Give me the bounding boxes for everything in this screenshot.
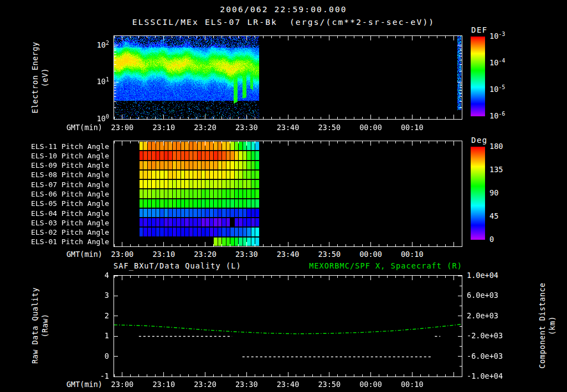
axis-tick bbox=[263, 244, 264, 246]
axis-tick bbox=[114, 336, 118, 337]
axis-tick bbox=[312, 141, 313, 143]
axis-tick bbox=[296, 36, 296, 38]
axis-tick bbox=[188, 374, 189, 376]
axis-tick bbox=[362, 244, 363, 246]
quality-distance-plot bbox=[114, 275, 462, 377]
axis-tick bbox=[429, 117, 429, 119]
axis-tick bbox=[255, 244, 255, 246]
axis-tick bbox=[238, 117, 239, 119]
x-tick-label: 23:40 bbox=[266, 380, 310, 389]
axis-tick bbox=[420, 374, 421, 376]
axis-tick bbox=[130, 141, 131, 143]
axis-tick bbox=[114, 101, 116, 102]
axis-tick bbox=[429, 244, 429, 246]
axis-tick bbox=[304, 244, 305, 246]
axis-tick bbox=[188, 244, 189, 246]
axis-tick bbox=[445, 141, 446, 143]
deg-colorbar-tick-label: 45 bbox=[489, 212, 498, 221]
axis-tick bbox=[205, 36, 205, 40]
axis-tick bbox=[412, 242, 413, 246]
p3-left-tick-label: 0 bbox=[0, 352, 109, 361]
deg-colorbar-tick-label: 0 bbox=[489, 235, 494, 244]
axis-tick bbox=[138, 244, 139, 246]
axis-tick bbox=[404, 374, 404, 376]
pitch-row-label: ELS-08 Pitch Angle bbox=[0, 170, 109, 179]
axis-tick bbox=[280, 117, 280, 119]
axis-tick bbox=[280, 374, 280, 376]
axis-tick bbox=[404, 276, 404, 278]
axis-tick bbox=[246, 372, 247, 376]
axis-tick bbox=[155, 117, 156, 119]
axis-tick bbox=[346, 276, 346, 278]
x-tick-label: 23:00 bbox=[100, 380, 145, 389]
axis-tick bbox=[412, 276, 413, 280]
axis-tick bbox=[329, 141, 329, 146]
axis-tick bbox=[172, 117, 172, 119]
axis-tick bbox=[429, 374, 429, 376]
axis-tick bbox=[460, 366, 462, 367]
axis-tick bbox=[304, 276, 305, 278]
axis-tick bbox=[458, 356, 462, 357]
axis-tick bbox=[362, 117, 363, 119]
x-tick-label: 23:00 bbox=[100, 250, 145, 259]
pitch-row-label: ELS-07 Pitch Angle bbox=[0, 180, 109, 189]
axis-tick bbox=[130, 374, 131, 376]
axis-tick bbox=[180, 276, 181, 278]
axis-tick bbox=[255, 276, 255, 278]
axis-tick bbox=[180, 141, 181, 143]
axis-tick bbox=[155, 244, 156, 246]
pitch-row-label: ELS-04 Pitch Angle bbox=[0, 209, 109, 218]
axis-tick bbox=[246, 276, 247, 280]
axis-tick bbox=[180, 244, 181, 246]
axis-tick bbox=[387, 117, 388, 119]
axis-tick bbox=[138, 374, 139, 376]
axis-tick bbox=[221, 117, 222, 119]
axis-tick bbox=[460, 84, 462, 84]
axis-tick bbox=[404, 141, 404, 143]
gmt-axis-label: GMT(min) bbox=[0, 250, 102, 259]
axis-tick bbox=[304, 117, 305, 119]
axis-tick bbox=[288, 141, 288, 146]
def-colorbar-tick-label: 10-3 bbox=[489, 32, 505, 42]
axis-tick bbox=[147, 36, 147, 38]
axis-tick bbox=[114, 141, 115, 143]
x-tick-label: 23:00 bbox=[100, 123, 145, 132]
axis-tick bbox=[337, 141, 338, 143]
axis-tick bbox=[437, 244, 437, 246]
axis-tick bbox=[280, 244, 280, 246]
axis-tick bbox=[362, 36, 363, 38]
pitch-angle-canvas bbox=[114, 141, 462, 246]
flux-units-label: (ergs/(cm**2-sr-sec-eV)) bbox=[290, 18, 435, 27]
axis-tick bbox=[213, 374, 214, 376]
axis-tick bbox=[114, 96, 116, 97]
axis-tick bbox=[147, 141, 147, 143]
axis-tick bbox=[458, 296, 462, 296]
axis-tick bbox=[404, 117, 404, 119]
axis-tick bbox=[420, 244, 421, 246]
x-tick-label: 00:00 bbox=[349, 250, 393, 259]
colorbar-def-title: DEF bbox=[471, 25, 488, 34]
p3-left-tick-label: -1 bbox=[0, 372, 109, 381]
axis-tick bbox=[460, 93, 462, 94]
axis-tick bbox=[329, 372, 329, 376]
x-tick-label: 23:50 bbox=[307, 380, 352, 389]
axis-tick bbox=[197, 276, 197, 278]
axis-tick bbox=[122, 141, 122, 146]
p3-right-tick-label: -2.0e+03 bbox=[467, 331, 503, 341]
axis-tick bbox=[437, 141, 437, 143]
axis-tick bbox=[395, 36, 396, 38]
axis-tick bbox=[280, 36, 280, 38]
axis-tick bbox=[163, 276, 164, 280]
axis-tick bbox=[114, 316, 118, 316]
axis-tick bbox=[230, 374, 230, 376]
axis-tick bbox=[205, 115, 205, 119]
deg-colorbar-tick-label: 135 bbox=[489, 165, 503, 174]
axis-tick bbox=[197, 117, 197, 119]
axis-tick bbox=[321, 117, 321, 119]
axis-tick bbox=[280, 276, 280, 278]
x-tick-label: 23:10 bbox=[142, 380, 186, 389]
axis-tick bbox=[114, 64, 116, 65]
axis-tick bbox=[445, 117, 446, 119]
axis-tick bbox=[138, 117, 139, 119]
axis-tick bbox=[114, 356, 118, 357]
